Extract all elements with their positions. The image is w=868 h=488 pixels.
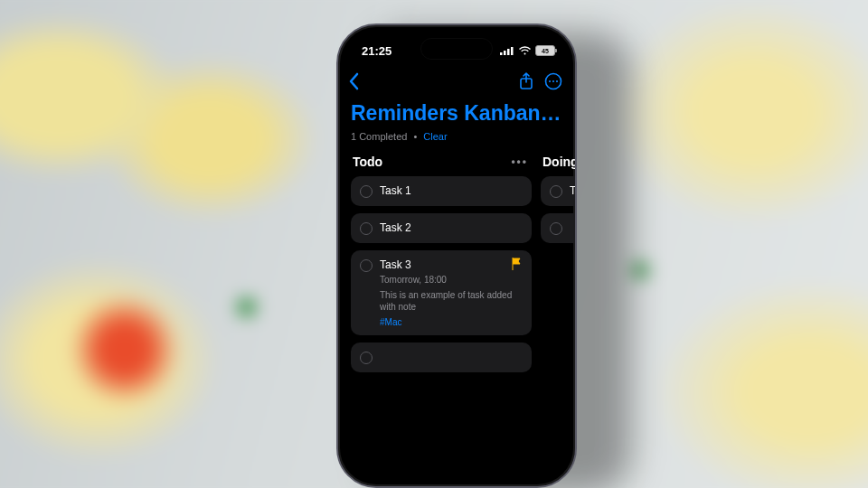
share-icon [519, 72, 533, 90]
svg-rect-0 [500, 52, 503, 55]
share-button[interactable] [519, 72, 533, 90]
svg-point-6 [549, 80, 551, 82]
complete-toggle[interactable] [360, 352, 373, 364]
task-card[interactable]: Tas [541, 176, 575, 206]
complete-toggle[interactable] [550, 185, 562, 198]
chevron-left-icon [347, 72, 360, 90]
task-title: Task 2 [380, 221, 523, 234]
task-title: Task 1 [380, 184, 523, 197]
separator-dot: • [413, 131, 417, 142]
more-button[interactable] [544, 72, 562, 90]
column-title-todo: Todo [353, 155, 382, 169]
ellipsis-circle-icon [544, 72, 562, 90]
flag-icon [512, 258, 523, 273]
task-title: Tas [570, 184, 575, 197]
clear-button[interactable]: Clear [423, 131, 447, 142]
task-tag[interactable]: #Mac [380, 317, 523, 327]
new-task-card[interactable] [351, 343, 532, 372]
wifi-icon [518, 46, 532, 56]
task-card[interactable] [541, 213, 575, 243]
back-button[interactable] [347, 72, 360, 90]
column-title-doing: Doing [542, 155, 575, 169]
svg-point-7 [552, 80, 554, 82]
task-card[interactable]: Task 3 Tomorrow, 18:00 This is an exampl… [351, 250, 532, 335]
nav-bar [338, 65, 575, 96]
battery-icon: 45 [535, 45, 555, 56]
task-card[interactable]: Task 1 [351, 176, 532, 206]
status-time: 21:25 [362, 44, 392, 58]
complete-toggle[interactable] [550, 222, 562, 235]
status-right: 45 [500, 45, 555, 56]
cellular-icon [500, 46, 514, 55]
dynamic-island [420, 38, 493, 60]
complete-toggle[interactable] [360, 222, 373, 235]
task-due: Tomorrow, 18:00 [380, 274, 523, 286]
list-title: Reminders Kanban V… [338, 96, 575, 127]
svg-point-8 [556, 80, 558, 82]
completed-line: 1 Completed • Clear [338, 127, 575, 151]
svg-rect-2 [507, 49, 510, 55]
kanban-board[interactable]: Todo ••• Task 1 Task 2 [338, 151, 575, 380]
svg-rect-3 [511, 47, 514, 55]
svg-rect-1 [504, 51, 506, 55]
completed-count: 1 Completed [351, 131, 407, 142]
column-doing: Doing Tas [541, 151, 575, 380]
task-card[interactable]: Task 2 [351, 213, 532, 243]
task-title: Task 3 [380, 258, 523, 271]
column-more-button[interactable]: ••• [511, 155, 528, 168]
task-note: This is an example of task added with no… [380, 289, 523, 314]
app-content: Reminders Kanban V… 1 Completed • Clear … [338, 65, 575, 486]
complete-toggle[interactable] [360, 185, 373, 198]
phone-frame: 21:25 45 [336, 23, 577, 488]
column-todo: Todo ••• Task 1 Task 2 [351, 151, 532, 380]
complete-toggle[interactable] [360, 259, 373, 272]
